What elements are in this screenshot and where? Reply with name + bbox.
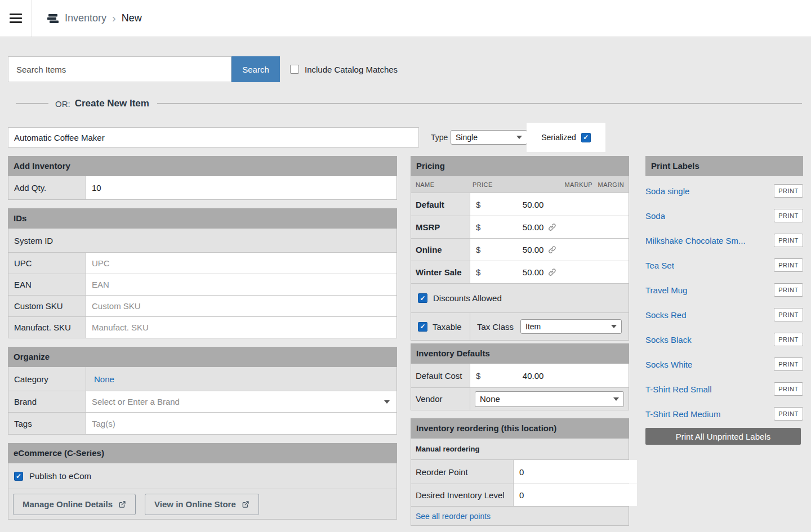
vendor-select-value: None: [480, 394, 500, 404]
print-label-row: Tea Set PRINT: [645, 253, 803, 278]
reorder-point-label: Reorder Point: [411, 460, 514, 484]
type-select[interactable]: Single: [451, 130, 527, 145]
discounts-allowed-checkbox[interactable]: [418, 293, 427, 303]
print-button[interactable]: PRINT: [774, 234, 803, 247]
search-input[interactable]: [8, 56, 231, 82]
manufact-sku-label: Manufact. SKU: [8, 317, 86, 338]
label-link[interactable]: Socks Black: [645, 335, 692, 345]
divider-line: [16, 103, 48, 104]
print-button[interactable]: PRINT: [774, 184, 803, 198]
pricing-section: Pricing NAME PRICE MARKUP MARGIN Default…: [411, 156, 629, 341]
upc-input[interactable]: [86, 253, 396, 274]
manufact-sku-input[interactable]: [86, 317, 396, 338]
organize-section: Organize Category None Brand Select or E…: [8, 347, 397, 435]
default-cost-value[interactable]: 40.00: [480, 371, 543, 381]
chevron-down-icon: [611, 325, 617, 328]
add-qty-label: Add Qty.: [8, 176, 86, 199]
print-button[interactable]: PRINT: [774, 333, 803, 346]
price-link-icon[interactable]: [548, 245, 556, 254]
add-inventory-section: Add Inventory Add Qty.: [8, 156, 397, 200]
item-name-input[interactable]: [8, 127, 419, 147]
label-link[interactable]: T-Shirt Red Medium: [645, 409, 720, 419]
price-row-msrp: MSRP $ 50.00: [411, 216, 629, 238]
price-value[interactable]: 50.00: [480, 267, 543, 277]
label-link[interactable]: Soda single: [645, 186, 689, 196]
category-none-link[interactable]: None: [94, 374, 114, 384]
inventory-icon: [47, 13, 59, 24]
tags-row: Tags: [8, 412, 396, 434]
price-cell[interactable]: $ 50.00: [470, 239, 629, 261]
create-item-divider: OR: Create New Item: [8, 96, 803, 111]
publish-ecom-checkbox[interactable]: [14, 472, 23, 481]
breadcrumb-inventory[interactable]: Inventory: [65, 12, 106, 24]
vendor-row: Vendor None: [411, 387, 629, 410]
see-all-reorder-points-link[interactable]: See all reorder points: [416, 512, 491, 521]
label-link[interactable]: Soda: [645, 211, 665, 221]
default-cost-cell[interactable]: $ 40.00: [470, 364, 629, 387]
print-button[interactable]: PRINT: [774, 382, 803, 396]
price-link-icon[interactable]: [548, 223, 556, 231]
ean-row: EAN: [8, 274, 396, 295]
chevron-right-icon: ›: [112, 12, 116, 25]
label-link[interactable]: Socks Red: [645, 310, 687, 320]
manage-online-details-label: Manage Online Details: [23, 499, 113, 509]
label-link[interactable]: Tea Set: [645, 261, 674, 270]
middle-column: Pricing NAME PRICE MARKUP MARGIN Default…: [411, 156, 629, 532]
top-bar: Inventory › New: [0, 0, 811, 37]
price-cell[interactable]: $ 50.00: [470, 261, 629, 283]
price-row-online: Online $ 50.00: [411, 238, 629, 261]
price-link-icon[interactable]: [548, 268, 556, 276]
create-new-item-title: Create New Item: [75, 98, 149, 109]
price-value[interactable]: 50.00: [480, 245, 543, 254]
reordering-header: Inventory reordering (this location): [411, 418, 629, 439]
label-link[interactable]: Milkshake Chocolate Sm...: [645, 236, 746, 245]
reordering-section: Inventory reordering (this location) Man…: [411, 418, 629, 526]
print-label-row: T-Shirt Red Medium PRINT: [645, 401, 803, 426]
price-name: Winter Sale: [411, 261, 470, 283]
brand-label: Brand: [8, 391, 86, 412]
include-catalog-checkbox[interactable]: [290, 65, 299, 74]
print-label-row: T-Shirt Red Small PRINT: [645, 377, 803, 401]
vendor-select[interactable]: None: [475, 391, 624, 407]
currency-symbol: $: [470, 371, 480, 381]
print-button[interactable]: PRINT: [774, 308, 803, 321]
desired-level-input[interactable]: [514, 484, 637, 506]
price-cell[interactable]: $ 50.00: [470, 193, 629, 216]
add-qty-input[interactable]: [86, 176, 396, 199]
price-cell[interactable]: $ 50.00: [470, 216, 629, 238]
price-value[interactable]: 50.00: [480, 222, 543, 232]
currency-symbol: $: [470, 245, 480, 254]
divider-line: [157, 103, 802, 104]
tax-class-select[interactable]: Item: [520, 319, 622, 334]
reorder-point-input[interactable]: [514, 460, 637, 484]
serialized-label: Serialized: [541, 133, 576, 142]
label-link[interactable]: Travel Mug: [645, 285, 687, 295]
print-button[interactable]: PRINT: [774, 357, 803, 371]
pricing-header: Pricing: [411, 156, 629, 176]
print-button[interactable]: PRINT: [774, 258, 803, 272]
include-catalog-label: Include Catalog Matches: [305, 65, 398, 74]
price-value[interactable]: 50.00: [480, 200, 543, 209]
tags-input[interactable]: [86, 413, 396, 434]
view-in-online-store-button[interactable]: View in Online Store: [145, 494, 259, 515]
ean-input[interactable]: [86, 274, 396, 295]
taxable-checkbox[interactable]: [418, 322, 427, 332]
print-button[interactable]: PRINT: [774, 407, 803, 421]
print-label-row: Socks Red PRINT: [645, 302, 803, 327]
search-button[interactable]: Search: [231, 56, 280, 82]
manage-online-details-button[interactable]: Manage Online Details: [13, 494, 136, 515]
label-link[interactable]: T-Shirt Red Small: [645, 385, 712, 394]
custom-sku-input[interactable]: [86, 296, 396, 316]
tax-class-label: Tax Class: [477, 322, 514, 332]
organize-header: Organize: [8, 347, 397, 367]
ecom-buttons-row: Manage Online Details View in Online Sto…: [8, 489, 396, 519]
menu-button[interactable]: [0, 0, 32, 37]
print-button[interactable]: PRINT: [774, 283, 803, 297]
serialized-checkbox[interactable]: [581, 133, 591, 142]
print-all-unprinted-labels-button[interactable]: Print All Unprinted Labels: [645, 428, 801, 445]
price-name: Default: [411, 193, 470, 216]
ean-label: EAN: [8, 274, 86, 295]
label-link[interactable]: Socks White: [645, 360, 692, 369]
brand-select[interactable]: Select or Enter a Brand: [86, 391, 396, 412]
print-button[interactable]: PRINT: [774, 209, 803, 222]
